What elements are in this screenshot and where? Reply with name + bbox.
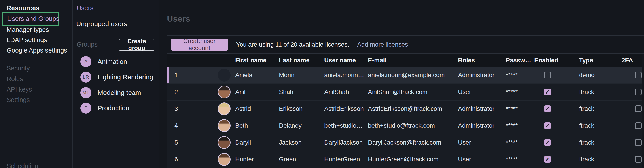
create-group-button[interactable]: Create group xyxy=(119,39,154,51)
column-header-2fa[interactable]: 2FA xyxy=(616,57,642,64)
username-cell: AnilShah xyxy=(324,89,368,96)
email-cell: DaryllJackson@ftrack.com xyxy=(368,139,458,146)
sidebar-item-api-keys[interactable]: API keys xyxy=(7,86,32,93)
table-row[interactable]: 1AnielaMorinaniela.morin…aniela.morin@ex… xyxy=(167,67,642,84)
twofa-checkbox[interactable] xyxy=(635,106,642,112)
group-name: Lighting Rendering xyxy=(98,73,153,81)
twofa-cell xyxy=(616,106,642,112)
username-cell: aniela.morin… xyxy=(324,72,368,79)
avatar-cell xyxy=(213,102,235,115)
username-cell: AstridEriksson xyxy=(324,105,368,112)
enabled-cell xyxy=(534,106,561,112)
settings-sidebar: Resources Users and Groups Manager types… xyxy=(0,0,73,168)
column-header-last-name[interactable]: Last name xyxy=(279,57,324,64)
enabled-checkbox[interactable] xyxy=(544,156,551,163)
enabled-checkbox[interactable] xyxy=(544,89,551,95)
column-header-first-name[interactable]: First name xyxy=(235,57,279,64)
group-item[interactable]: AAnimation xyxy=(80,56,127,67)
user-photo-avatar xyxy=(218,153,230,166)
avatar-cell xyxy=(213,153,235,166)
roles-cell: Administrator xyxy=(458,72,506,79)
type-cell: ftrack xyxy=(561,139,616,146)
users-table-header: First name Last name User name E-mail Ro… xyxy=(167,54,642,67)
sidebar-item-google-apps-settings[interactable]: Google Apps settings xyxy=(7,47,67,54)
row-number: 2 xyxy=(167,89,213,96)
users-panel-heading: Users xyxy=(77,5,94,12)
email-cell: AnilShah@ftrack.com xyxy=(368,89,458,96)
enabled-checkbox[interactable] xyxy=(544,139,551,146)
column-header-password[interactable]: Password xyxy=(506,57,534,64)
enabled-cell xyxy=(534,122,561,129)
add-more-licenses-link[interactable]: Add more licenses xyxy=(357,41,408,48)
last-cell: Delaney xyxy=(279,122,324,129)
user-photo-avatar xyxy=(218,136,230,149)
email-cell: beth+studio@ftrack.com xyxy=(368,122,458,129)
table-row[interactable]: 3AstridErikssonAstridErikssonAstridEriks… xyxy=(167,101,642,117)
user-photo-avatar xyxy=(218,102,230,115)
email-cell: HunterGreen@ftrack.com xyxy=(368,156,458,163)
roles-cell: Administrator xyxy=(458,105,506,112)
password-cell: ***** xyxy=(506,72,534,79)
last-cell: Green xyxy=(279,156,324,163)
column-header-type[interactable]: Type xyxy=(561,57,616,64)
table-row[interactable]: 6HunterGreenHunterGreenHunterGreen@ftrac… xyxy=(167,151,642,168)
table-row[interactable]: 2AnilShahAnilShahAnilShah@ftrack.comUser… xyxy=(167,84,642,101)
admin-settings-page: Resources Users and Groups Manager types… xyxy=(0,0,644,168)
column-header-roles[interactable]: Roles xyxy=(458,57,506,64)
type-cell: ftrack xyxy=(561,156,616,163)
type-cell: demo xyxy=(561,72,616,79)
roles-cell: Administrator xyxy=(458,122,506,129)
groups-heading: Groups xyxy=(77,41,98,48)
twofa-checkbox[interactable] xyxy=(635,139,642,146)
row-number: 6 xyxy=(167,156,213,163)
enabled-cell xyxy=(534,139,561,146)
username-cell: HunterGreen xyxy=(324,156,368,163)
group-avatar: P xyxy=(80,103,92,114)
users-main-area: Users Create user account You are using … xyxy=(160,0,644,168)
column-header-email[interactable]: E-mail xyxy=(368,57,458,64)
empty-avatar xyxy=(218,69,230,81)
group-name: Modeling team xyxy=(98,89,141,96)
enabled-checkbox[interactable] xyxy=(544,106,551,112)
column-header-user-name[interactable]: User name xyxy=(324,57,368,64)
table-row[interactable]: 5DaryllJacksonDaryllJacksonDaryllJackson… xyxy=(167,134,642,151)
password-cell: ***** xyxy=(506,139,534,146)
group-item[interactable]: LRLighting Rendering xyxy=(80,72,153,83)
twofa-checkbox[interactable] xyxy=(635,122,642,129)
sidebar-item-manager-types[interactable]: Manager types xyxy=(7,26,49,33)
enabled-checkbox[interactable] xyxy=(544,72,551,78)
group-item[interactable]: MTModeling team xyxy=(80,87,141,98)
avatar-cell xyxy=(213,119,235,132)
avatar-cell xyxy=(213,136,235,149)
create-user-account-button[interactable]: Create user account xyxy=(171,39,228,51)
group-avatar: LR xyxy=(80,72,92,83)
twofa-checkbox[interactable] xyxy=(635,89,642,95)
sidebar-item-users-and-groups[interactable]: Users and Groups xyxy=(2,12,59,26)
resources-heading: Resources xyxy=(7,5,39,12)
first-cell: Anil xyxy=(235,89,279,96)
users-table: First name Last name User name E-mail Ro… xyxy=(167,54,642,168)
group-item[interactable]: PProduction xyxy=(80,103,129,114)
ungrouped-users-item[interactable]: Ungrouped users xyxy=(76,20,127,28)
first-cell: Aniela xyxy=(235,72,279,79)
enabled-checkbox[interactable] xyxy=(544,122,551,129)
twofa-checkbox[interactable] xyxy=(635,156,642,163)
type-cell: ftrack xyxy=(561,122,616,129)
users-toolbar: Create user account You are using 11 of … xyxy=(167,35,644,54)
page-title: Users xyxy=(167,14,190,24)
sidebar-item-scheduling-partial[interactable]: Scheduling xyxy=(7,162,38,168)
twofa-checkbox[interactable] xyxy=(635,72,642,78)
sidebar-item-settings[interactable]: Settings xyxy=(7,96,30,104)
column-header-enabled[interactable]: Enabled xyxy=(534,57,561,64)
last-cell: Eriksson xyxy=(279,105,324,112)
table-row[interactable]: 4BethDelaneybeth+studio@…beth+studio@ftr… xyxy=(167,117,642,134)
users-groups-panel: Users Ungrouped users Groups Create grou… xyxy=(73,0,160,168)
roles-cell: User xyxy=(458,89,506,96)
enabled-cell xyxy=(534,156,561,163)
group-name: Animation xyxy=(98,58,127,65)
group-avatar: MT xyxy=(80,87,92,98)
password-cell: ***** xyxy=(506,105,534,112)
sidebar-item-roles[interactable]: Roles xyxy=(7,75,23,83)
sidebar-item-ldap-settings[interactable]: LDAP settings xyxy=(7,36,47,44)
security-heading: Security xyxy=(7,65,30,72)
